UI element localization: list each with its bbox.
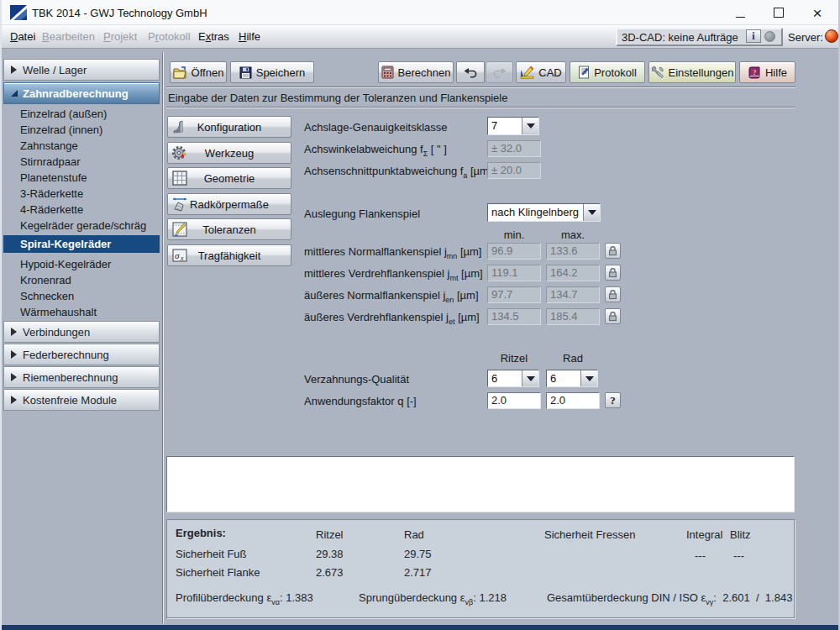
backlash-row-label: mittleres Normalflankenspiel jmn [µm] [304,245,481,260]
lock-icon [607,267,618,278]
sidebar-section-riemenberechnung[interactable]: Riemenberechnung [3,366,160,388]
collapsed-arrow-icon [11,66,17,74]
chevron-down-icon[interactable] [522,370,538,386]
open-button[interactable]: Öffnen [170,61,227,83]
backlash-max-value: 185.4 [546,308,600,325]
help-button[interactable]: ? Hilfe [739,61,795,83]
application-factor-wheel-input[interactable]: 2.0 [546,392,600,409]
nav-werkzeug-button[interactable]: Werkzeug [167,142,291,164]
sidebar-item-4-raederkette[interactable]: 4-Räderkette [3,202,160,218]
toolbar-separator [166,87,795,87]
root-safety-pinion: 29.38 [316,548,344,560]
column-max-label: max. [546,228,600,241]
lock-button[interactable] [605,308,621,324]
undo-button[interactable] [456,61,485,83]
quality-wheel-select[interactable]: 6 [546,370,598,387]
menu-hilfe[interactable]: Hilfe [235,25,264,48]
sidebar-item-schnecken[interactable]: Schnecken [3,288,160,304]
protocol-document-icon [578,66,590,79]
scuffing-integral-value: --- [695,549,706,562]
sidebar-item-kegelraeder-gerade[interactable]: Kegelräder gerade/schräg [3,218,160,234]
column-min-label: min. [487,228,541,241]
accuracy-class-label: Achslage-Genauigkeitsklasse [304,121,448,134]
backlash-row-label: äußeres Normalflankenspiel jen [µm] [304,289,479,304]
close-icon: × [812,5,822,21]
backlash-design-select[interactable]: nach Klingelnberg [487,203,601,222]
chevron-down-icon[interactable] [583,204,600,221]
sidebar-item-einzelrad-innen[interactable]: Einzelrad (innen) [3,122,160,138]
flank-safety-label: Sicherheit Flanke [176,566,260,579]
backlash-max-value: 134.7 [546,286,600,303]
info-button[interactable]: i [746,29,761,43]
sidebar-item-planetenstufe[interactable]: Planetenstufe [3,170,160,186]
sigma-x-icon: σx [171,247,188,264]
results-col-wheel: Rad [404,528,424,541]
sidebar-section-verbindungen[interactable]: Verbindungen [3,321,160,343]
settings-button[interactable]: Einstellungen [648,61,736,83]
nav-toleranzen-button[interactable]: Toleranzen [167,218,291,240]
collapsed-arrow-icon [11,350,17,359]
sidebar-item-hypoid-kegelraeder[interactable]: Hypoid-Kegelräder [3,256,160,272]
tolerance-chart-icon [171,221,188,238]
sidebar-item-waermehaushalt[interactable]: Wärmehaushalt [3,304,160,320]
bevel-gear-icon [171,118,188,135]
app-logo-icon [10,5,27,20]
flank-safety-wheel: 2.717 [404,566,432,579]
nav-tragfaehigkeit-button[interactable]: σx Tragfähigkeit [167,244,291,266]
column-pinion-label: Ritzel [487,352,541,365]
nav-geometrie-button[interactable]: Geometrie [167,167,291,189]
sidebar-section-zahnradberechnung[interactable]: Zahnradberechnung [3,82,160,104]
maximize-icon [774,8,784,18]
cad-status-indicator [764,31,775,42]
menu-extras[interactable]: Extras [195,25,233,48]
save-button[interactable]: Speichern [230,61,314,83]
lock-button[interactable] [605,243,621,259]
sidebar-section-kostenfreie-module[interactable]: Kostenfreie Module [3,389,160,411]
chevron-down-icon[interactable] [580,370,597,386]
backlash-row-label: äußeres Verdrehflankenspiel jet [µm] [304,311,480,326]
nav-radkoerpermasse-button[interactable]: Radkörpermaße [167,193,291,215]
chevron-down-icon[interactable] [522,118,538,134]
menu-datei[interactable]: Datei [7,25,39,48]
window-bottom-border [2,625,838,630]
minimize-button[interactable] [726,0,754,25]
sidebar-item-kronenrad[interactable]: Kronenrad [3,272,160,288]
quality-pinion-select[interactable]: 6 [487,370,539,387]
scuffing-flash-value: --- [733,549,744,562]
profile-contact-ratio: Profilüberdeckung εvα: 1.383 [176,591,313,606]
maximize-button[interactable] [764,0,793,25]
sidebar-item-einzelrad-aussen[interactable]: Einzelrad (außen) [3,106,160,122]
sidebar-item-3-raederkette[interactable]: 3-Räderkette [3,186,160,202]
calculate-button[interactable]: Berechnen [378,61,454,83]
sidebar-item-spiral-kegelraeder[interactable]: Spiral-Kegelräder [3,235,160,253]
menu-protokoll: Protokoll [144,25,194,48]
cad-button[interactable]: CAD [516,61,566,83]
save-floppy-icon [239,66,252,79]
sidebar-section-welle-lager[interactable]: Welle / Lager [3,59,160,81]
column-wheel-label: Rad [546,352,600,365]
svg-text:x: x [180,255,184,262]
lock-button[interactable] [605,265,621,281]
factor-help-button[interactable]: ? [605,392,621,408]
shaft-angle-value: ± 32.0 [487,140,541,157]
overlap-contact-ratio: Sprungüberdeckung εvβ: 1.218 [359,591,507,606]
close-button[interactable]: × [803,0,832,25]
application-factor-label: Anwendungsfaktor q [-] [304,395,417,407]
message-output-area [166,456,795,512]
results-col-pinion: Ritzel [316,528,344,541]
sidebar-item-zahnstange[interactable]: Zahnstange [3,138,160,154]
sidebar-item-stirnradpaar[interactable]: Stirnradpaar [3,154,160,170]
backlash-min-value: 97.7 [487,286,541,303]
expanded-arrow-icon [11,90,18,97]
sidebar-section-federberechnung[interactable]: Federberechnung [3,344,160,365]
protocol-button[interactable]: Protokoll [570,61,645,83]
axis-intersect-label: Achsenschnittpunktabweichung fa [µm] [304,165,492,180]
accuracy-class-select[interactable]: 7 [487,117,539,135]
backlash-max-value: 164.2 [546,265,600,281]
lock-button[interactable] [605,286,621,302]
nav-konfiguration-button[interactable]: Konfiguration [167,116,291,138]
undo-icon [463,67,478,78]
shaft-angle-label: Achswinkelabweichung fΣ [ " ] [304,143,447,158]
application-factor-pinion-input[interactable]: 2.0 [487,392,541,409]
svg-text:?: ? [753,68,757,76]
